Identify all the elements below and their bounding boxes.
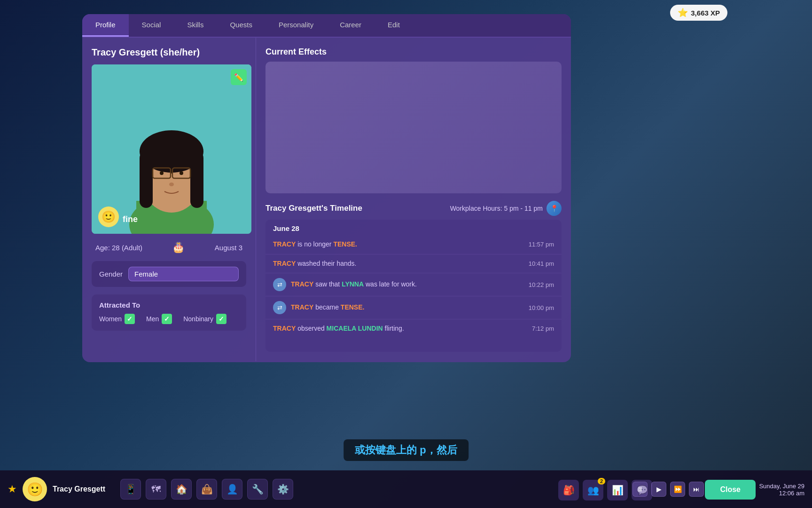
xp-icon: ⭐: [678, 8, 688, 18]
pause-button[interactable]: ⏸: [632, 482, 648, 497]
timeline-text-4: TRACY became TENSE.: [291, 303, 518, 312]
timeline-char-ref-3: TRACY: [291, 280, 313, 288]
svg-point-13: [180, 171, 183, 175]
bottom-character-name: Tracy Gresgett: [53, 485, 105, 493]
timeline-title: Tracy Gresgett's Timeline: [265, 204, 362, 213]
timeline-time-1: 11:57 pm: [529, 241, 554, 248]
skip-button[interactable]: ⏭: [689, 482, 704, 497]
timeline-time-3: 10:22 pm: [529, 281, 554, 288]
tab-bar: Profile Social Skills Quests Personality…: [82, 14, 571, 38]
svg-point-12: [160, 171, 164, 175]
social-icon-4: ⇄: [273, 301, 286, 314]
tab-profile[interactable]: Profile: [82, 14, 129, 37]
timeline-time-5: 7:12 pm: [532, 325, 554, 332]
attracted-nonbinary: Nonbinary ✓: [183, 314, 226, 324]
age-label: Age: 28 (Adult): [95, 244, 142, 252]
birthday-icon: 🎂: [172, 241, 185, 254]
timeline-entry-1: TRACY is no longer TENSE. 11:57 pm: [265, 235, 562, 254]
bottom-avatar: 🙂: [23, 477, 47, 501]
attracted-nonbinary-check[interactable]: ✓: [216, 314, 226, 324]
attracted-women-check[interactable]: ✓: [125, 314, 135, 324]
timeline-text-5: TRACY observed MICAELA LUNDIN flirting.: [273, 324, 522, 333]
edit-portrait-button[interactable]: ✏️: [231, 69, 247, 85]
skills-icon[interactable]: 👥 2: [583, 480, 603, 500]
workplace-hours: Workplace Hours: 5 pm - 11 pm: [450, 205, 543, 212]
subtitle-bar: 或按键盘上的 p，然后: [344, 439, 468, 461]
phone-icon[interactable]: 📱: [120, 479, 141, 500]
tab-career[interactable]: Career: [327, 14, 375, 37]
effects-title: Current Effects: [265, 47, 562, 57]
tab-edit[interactable]: Edit: [375, 14, 413, 37]
tab-quests[interactable]: Quests: [217, 14, 265, 37]
svg-point-14: [169, 183, 174, 186]
tab-skills[interactable]: Skills: [174, 14, 217, 37]
attracted-men-check[interactable]: ✓: [162, 314, 172, 324]
gender-select[interactable]: Female Male Nonbinary: [128, 267, 239, 281]
bottom-icons: 📱 🗺 🏠 👜 👤 🔧 ⚙️: [120, 479, 293, 500]
star-icon[interactable]: ★: [8, 483, 17, 495]
attracted-section: Attracted To Women ✓ Men ✓ Nonbinary ✓: [92, 294, 246, 331]
date-label: Sunday, June 29: [759, 483, 804, 490]
character-name: Tracy Gresgett (she/her): [92, 47, 246, 58]
mood-badge: 🙂: [98, 206, 119, 227]
attracted-women: Women ✓: [99, 314, 135, 324]
gender-row: Gender Female Male Nonbinary: [92, 261, 246, 287]
attracted-options: Women ✓ Men ✓ Nonbinary ✓: [99, 314, 239, 324]
timeline-text-1: TRACY is no longer TENSE.: [273, 240, 518, 249]
effects-box: [265, 62, 562, 193]
timeline-header: Tracy Gresgett's Timeline Workplace Hour…: [265, 201, 562, 216]
character-portrait: ✏️ 🙂 fine: [92, 64, 251, 234]
timeline-status-4: TENSE.: [341, 303, 365, 311]
timeline-char-ref-5: TRACY: [273, 325, 296, 332]
panel-content: Tracy Gresgett (she/her): [82, 38, 571, 361]
timeline-box: June 28 TRACY is no longer TENSE. 11:57 …: [265, 220, 562, 352]
time-label: 12:06 am: [759, 490, 804, 497]
timeline-entry-5: TRACY observed MICAELA LUNDIN flirting. …: [265, 319, 562, 338]
gear-icon[interactable]: ⚙️: [273, 479, 293, 500]
age-row: Age: 28 (Adult) 🎂 August 3: [92, 241, 246, 254]
subtitle-text: 或按键盘上的 p，然后: [355, 444, 457, 456]
character-svg: [92, 64, 251, 234]
left-column: Tracy Gresgett (she/her): [82, 38, 256, 361]
svg-rect-8: [143, 149, 200, 163]
home-icon[interactable]: 🏠: [171, 479, 192, 500]
person-icon[interactable]: 👤: [222, 479, 242, 500]
timeline-date: June 28: [265, 220, 562, 235]
attracted-men: Men ✓: [146, 314, 172, 324]
attracted-to-title: Attracted To: [99, 301, 239, 309]
attracted-men-label: Men: [146, 315, 159, 323]
bottom-bar: ★ 🙂 Tracy Gresgett 📱 🗺 🏠 👜 👤 🔧 ⚙️ 🎒 👥 2 …: [0, 470, 812, 508]
timeline-entry-4: ⇄ TRACY became TENSE. 10:00 pm: [265, 296, 562, 319]
timeline-status-1: TENSE.: [333, 240, 357, 248]
inventory-icon[interactable]: 🎒: [558, 480, 579, 500]
mood-label: fine: [123, 214, 138, 224]
wrench-icon[interactable]: 🔧: [247, 479, 268, 500]
bag-icon[interactable]: 👜: [196, 479, 217, 500]
play-button[interactable]: ▶: [651, 482, 666, 497]
tab-social[interactable]: Social: [129, 14, 174, 37]
skills-badge: 2: [598, 478, 605, 484]
timeline-time-2: 10:41 pm: [529, 260, 554, 267]
map-icon[interactable]: 🗺: [146, 479, 166, 500]
attracted-nonbinary-label: Nonbinary: [183, 315, 213, 323]
fast-forward-button[interactable]: ⏩: [670, 482, 685, 497]
tab-personality[interactable]: Personality: [265, 14, 327, 37]
attracted-women-label: Women: [99, 315, 122, 323]
location-icon[interactable]: 📍: [547, 201, 562, 216]
timeline-char-ref-2: TRACY: [273, 260, 296, 267]
timeline-other-ref-5: MICAELA LUNDIN: [327, 325, 383, 332]
needs-icon[interactable]: 📊: [607, 480, 628, 500]
timeline-entry-2: TRACY washed their hands. 10:41 pm: [265, 254, 562, 274]
timeline-section: Tracy Gresgett's Timeline Workplace Hour…: [265, 201, 562, 352]
timeline-char-ref-1: TRACY: [273, 240, 296, 248]
timeline-char-ref-4: TRACY: [291, 303, 313, 311]
close-button[interactable]: Close: [705, 480, 756, 500]
effects-section: Current Effects: [265, 47, 562, 193]
main-panel: Profile Social Skills Quests Personality…: [82, 14, 571, 362]
right-column: Current Effects Tracy Gresgett's Timelin…: [256, 38, 571, 361]
timeline-time-4: 10:00 pm: [529, 304, 554, 311]
timeline-other-ref-3: LYNNA: [342, 280, 364, 288]
birthday-label: August 3: [215, 244, 242, 252]
xp-bar: ⭐ 3,663 XP: [670, 5, 727, 21]
workplace-info: Workplace Hours: 5 pm - 11 pm 📍: [450, 201, 562, 216]
